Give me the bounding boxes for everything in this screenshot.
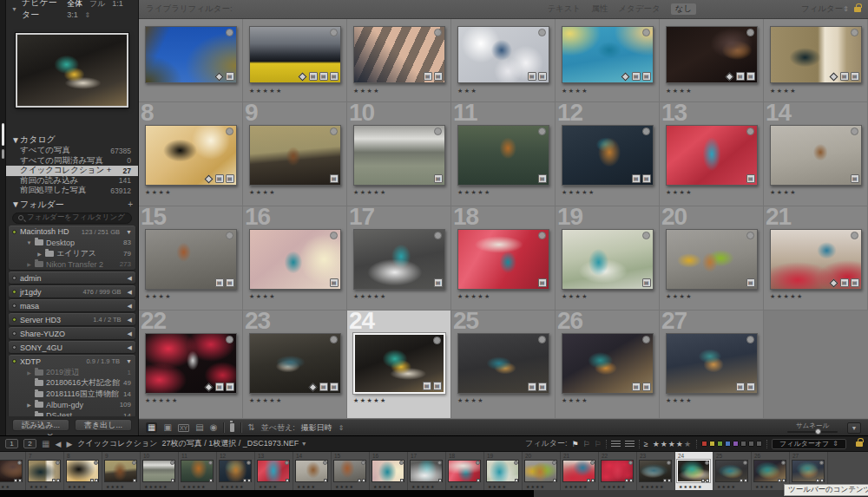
photo-thumbnail[interactable]: ▤▤ xyxy=(353,26,445,83)
photo-thumbnail[interactable]: ▤ xyxy=(353,125,445,186)
thumbnail-badge-icon[interactable] xyxy=(286,479,289,482)
develop-badge-icon[interactable]: ▤ xyxy=(226,383,234,391)
folder-row[interactable]: ▼Desktop83 xyxy=(9,238,135,249)
photo-thumbnail[interactable]: ▤▤ xyxy=(457,333,549,394)
photo-thumbnail[interactable]: ▤▤ xyxy=(562,125,654,186)
zoom-ratio-stepper-icon[interactable]: ⇕ xyxy=(84,11,90,19)
star-rating[interactable]: ★★★★ xyxy=(562,88,589,95)
grid-cell[interactable]: 20▤★★★★ xyxy=(660,206,764,311)
quick-collection-marker-icon[interactable] xyxy=(642,29,650,36)
quick-collection-marker-icon[interactable] xyxy=(538,336,546,343)
filmstrip-item[interactable]: 18★★★★★ xyxy=(446,452,484,490)
thumbnail-badge-icon[interactable] xyxy=(625,479,628,482)
survey-view-icon[interactable]: ▤ xyxy=(195,423,203,432)
collection-badge-icon[interactable] xyxy=(298,72,306,81)
star-rating[interactable]: ★★★★ xyxy=(145,293,172,300)
grid-cell[interactable]: 12▤▤★★★★★ xyxy=(556,102,660,206)
grid-cell[interactable]: 15▤▤★★★★ xyxy=(139,206,243,311)
volume-row[interactable]: Share-YUZO◀ xyxy=(9,328,135,339)
folder-row[interactable]: 20180616大村記念館49 xyxy=(9,378,135,389)
photo-thumbnail[interactable]: ▤▤ xyxy=(457,26,549,83)
develop-badge-icon[interactable]: ▤ xyxy=(840,278,849,287)
develop-badge-icon[interactable]: ▤ xyxy=(226,174,234,183)
photo-thumbnail[interactable]: ▤▤ xyxy=(353,333,445,394)
zoom-fill-option[interactable]: フル xyxy=(89,0,105,8)
develop-badge-icon[interactable]: ▤ xyxy=(330,174,339,183)
star-rating[interactable]: ★★★★★ xyxy=(770,293,804,300)
develop-badge-icon[interactable]: ▤ xyxy=(538,383,547,391)
quick-collection-marker-icon[interactable] xyxy=(538,232,546,239)
volume-disclosure-icon[interactable]: ◀ xyxy=(128,289,132,296)
filter-mode-メタデータ[interactable]: メタデータ xyxy=(618,3,660,15)
photo-thumbnail[interactable]: ▤ xyxy=(666,125,758,186)
photo-thumbnail[interactable]: ▤▤ xyxy=(562,333,654,394)
volume-row[interactable]: Server HD31.4 / 2 TB◀ xyxy=(9,314,135,325)
grid-cell[interactable]: 5▤▤★★★★ xyxy=(556,19,660,102)
photo-thumbnail[interactable]: ▤▤ xyxy=(666,26,758,83)
toolbar-options-dropdown[interactable]: ▼ xyxy=(847,422,861,434)
quick-collection-marker-icon[interactable] xyxy=(433,337,441,344)
star-rating[interactable]: ★★★★ xyxy=(249,293,276,300)
filmstrip-item[interactable]: 23★★★★★ xyxy=(637,452,675,490)
thumbnail-badge-icon[interactable] xyxy=(18,479,22,482)
grid-cell[interactable]: 23▤▤★★★★★ xyxy=(243,311,347,419)
develop-badge-icon[interactable]: ▤ xyxy=(851,278,859,287)
filmstrip-item[interactable]: 7★★★★ xyxy=(26,452,64,490)
develop-badge-icon[interactable]: ▤ xyxy=(215,278,224,287)
primary-screen-button[interactable]: 1 xyxy=(5,439,18,448)
edit-status-filter-icon-2[interactable] xyxy=(625,441,635,448)
zoom-1-1-option[interactable]: 1:1 xyxy=(112,0,123,8)
grid-cell[interactable]: 17▤★★★★★ xyxy=(347,206,451,311)
star-rating[interactable]: ★★★★ xyxy=(666,88,693,95)
photo-thumbnail[interactable]: ▤▤ xyxy=(770,229,862,290)
star-rating[interactable]: ★★★★ xyxy=(457,397,484,404)
filmstrip-item[interactable]: 24★★★★★ xyxy=(675,452,713,490)
grid-cell[interactable]: 2▤▤▤★★★★★ xyxy=(243,19,347,102)
develop-badge-icon[interactable]: ▤ xyxy=(746,278,755,287)
filmstrip-filter-lock-icon[interactable] xyxy=(856,441,863,447)
star-rating[interactable]: ★★★★ xyxy=(353,88,380,95)
collection-badge-icon[interactable] xyxy=(829,72,838,81)
develop-badge-icon[interactable]: ▤ xyxy=(319,72,328,81)
import-button[interactable]: 読み込み... xyxy=(12,419,69,431)
develop-badge-icon[interactable]: ▤ xyxy=(642,174,651,183)
star-rating[interactable]: ★★★★ xyxy=(249,189,276,196)
collapse-triangle-icon[interactable]: ▼ xyxy=(11,6,17,12)
folder-row[interactable]: 20181116国立博物館14 xyxy=(9,389,135,400)
quick-collection-marker-icon[interactable] xyxy=(226,232,233,239)
folder-disclosure-icon[interactable]: ▶ xyxy=(26,261,32,267)
star-rating[interactable]: ★★★ xyxy=(457,88,477,95)
thumbnail-badge-icon[interactable] xyxy=(820,479,824,482)
secondary-screen-button[interactable]: 2 xyxy=(23,439,36,448)
filmstrip-item[interactable]: 12★★★★★ xyxy=(217,452,255,490)
photo-thumbnail[interactable]: ▤▤ xyxy=(770,26,862,83)
folder-row[interactable]: ▶2019渡辺1 xyxy=(9,367,135,378)
thumbnail-badge-icon[interactable] xyxy=(553,479,556,482)
slider-knob[interactable] xyxy=(815,428,821,435)
develop-badge-icon[interactable]: ▤ xyxy=(330,72,339,81)
star-rating[interactable]: ★★★★★ xyxy=(353,293,387,300)
thumbnail-badge-icon[interactable] xyxy=(744,479,747,482)
thumbnail-size-slider[interactable] xyxy=(787,431,838,433)
thumbnail-badge-icon[interactable] xyxy=(629,479,633,482)
develop-badge-icon[interactable]: ▤ xyxy=(434,72,443,81)
folder-disclosure-icon[interactable]: ▼ xyxy=(26,240,32,245)
scrollbar-thumb-secondary[interactable] xyxy=(2,149,4,159)
photo-thumbnail[interactable]: ▤ xyxy=(457,229,549,290)
star-rating[interactable]: ★★★★ xyxy=(770,88,797,95)
people-view-icon[interactable]: ◉ xyxy=(210,423,218,432)
thumbnail-badge-icon[interactable] xyxy=(52,479,56,482)
photo-thumbnail[interactable]: ▤▤ xyxy=(249,333,341,394)
thumbnail-badge-icon[interactable] xyxy=(701,479,705,482)
quick-collection-marker-icon[interactable] xyxy=(746,128,754,135)
photo-thumbnail[interactable]: ▤▤ xyxy=(145,125,237,186)
filter-mode-属性[interactable]: 属性 xyxy=(591,3,608,15)
develop-badge-icon[interactable]: ▤ xyxy=(330,383,339,391)
star-rating[interactable]: ★★★★ xyxy=(562,293,589,300)
color-label-chip[interactable] xyxy=(740,441,746,447)
develop-badge-icon[interactable]: ▤ xyxy=(632,174,641,183)
photo-thumbnail[interactable]: ▤▤ xyxy=(666,333,758,394)
thumbnail-badge-icon[interactable] xyxy=(133,479,136,482)
develop-badge-icon[interactable]: ▤ xyxy=(736,72,745,81)
grid-cell[interactable]: 19▤★★★★ xyxy=(556,206,660,311)
